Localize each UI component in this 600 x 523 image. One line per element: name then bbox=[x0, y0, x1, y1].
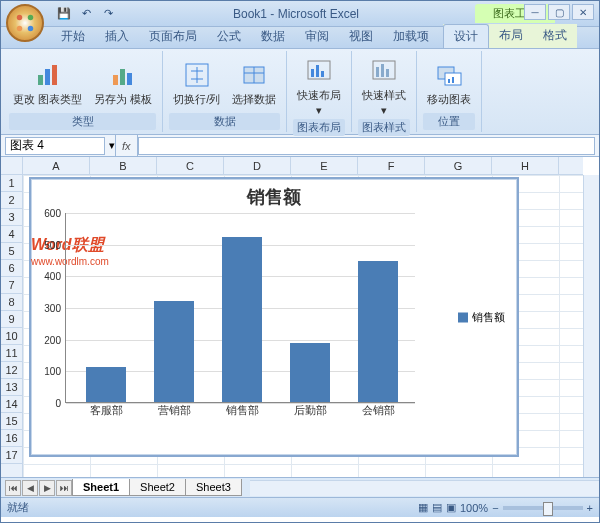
bar[interactable] bbox=[154, 301, 194, 402]
tab-data[interactable]: 数据 bbox=[251, 25, 295, 48]
row-header[interactable]: 4 bbox=[1, 226, 23, 243]
undo-icon[interactable]: ↶ bbox=[77, 5, 95, 23]
svg-rect-5 bbox=[45, 69, 50, 85]
row-header[interactable]: 12 bbox=[1, 362, 23, 379]
view-normal-icon[interactable]: ▦ bbox=[418, 501, 428, 514]
row-header[interactable]: 5 bbox=[1, 243, 23, 260]
chart-title[interactable]: 销售额 bbox=[31, 179, 517, 215]
zoom-level[interactable]: 100% bbox=[460, 502, 488, 514]
svg-rect-6 bbox=[52, 65, 57, 85]
tab-design[interactable]: 设计 bbox=[443, 24, 489, 48]
x-tick-label: 会销部 bbox=[362, 403, 395, 418]
close-button[interactable]: ✕ bbox=[572, 4, 594, 20]
switch-rowcol-button[interactable]: 切换行/列 bbox=[169, 57, 224, 108]
group-label: 数据 bbox=[169, 113, 280, 130]
vertical-scrollbar[interactable] bbox=[583, 175, 599, 477]
view-pagebreak-icon[interactable]: ▣ bbox=[446, 501, 456, 514]
row-header[interactable]: 1 bbox=[1, 175, 23, 192]
svg-rect-7 bbox=[113, 75, 118, 85]
zoom-out-button[interactable]: − bbox=[492, 502, 498, 514]
save-icon[interactable]: 💾 bbox=[55, 5, 73, 23]
worksheet: A B C D E F G H 1 2 3 4 5 6 7 8 9 10 11 … bbox=[1, 157, 599, 477]
bar[interactable] bbox=[358, 261, 398, 402]
template-icon bbox=[107, 59, 139, 91]
legend[interactable]: 销售额 bbox=[458, 310, 505, 325]
zoom-controls: ▦ ▤ ▣ 100% − + bbox=[418, 501, 593, 514]
col-header[interactable]: D bbox=[224, 157, 291, 175]
column-headers: A B C D E F G H bbox=[23, 157, 583, 175]
change-chart-type-button[interactable]: 更改 图表类型 bbox=[9, 57, 86, 108]
tab-view[interactable]: 视图 bbox=[339, 25, 383, 48]
row-header[interactable]: 16 bbox=[1, 430, 23, 447]
first-sheet-button[interactable]: ⏮ bbox=[5, 480, 21, 496]
col-header[interactable]: F bbox=[358, 157, 425, 175]
redo-icon[interactable]: ↷ bbox=[99, 5, 117, 23]
group-chart-layout: 快速布局▾ 图表布局 bbox=[287, 51, 352, 132]
zoom-slider[interactable] bbox=[503, 506, 583, 510]
row-header[interactable]: 14 bbox=[1, 396, 23, 413]
col-header[interactable]: A bbox=[23, 157, 90, 175]
select-data-button[interactable]: 选择数据 bbox=[228, 57, 280, 108]
svg-rect-21 bbox=[386, 69, 389, 77]
group-data: 切换行/列 选择数据 数据 bbox=[163, 51, 287, 132]
row-header[interactable]: 10 bbox=[1, 328, 23, 345]
row-header[interactable]: 2 bbox=[1, 192, 23, 209]
col-header[interactable]: B bbox=[90, 157, 157, 175]
row-header[interactable]: 13 bbox=[1, 379, 23, 396]
row-header[interactable]: 15 bbox=[1, 413, 23, 430]
svg-rect-15 bbox=[311, 69, 314, 77]
formula-input[interactable] bbox=[138, 137, 595, 155]
legend-label: 销售额 bbox=[472, 310, 505, 325]
sheet-tab[interactable]: Sheet3 bbox=[185, 479, 242, 496]
fx-icon[interactable]: fx bbox=[115, 135, 138, 156]
bar[interactable] bbox=[86, 367, 126, 402]
col-header[interactable]: C bbox=[157, 157, 224, 175]
tab-insert[interactable]: 插入 bbox=[95, 25, 139, 48]
move-icon bbox=[433, 59, 465, 91]
row-header[interactable]: 3 bbox=[1, 209, 23, 226]
last-sheet-button[interactable]: ⏭ bbox=[56, 480, 72, 496]
svg-rect-16 bbox=[316, 65, 319, 77]
row-header[interactable]: 7 bbox=[1, 277, 23, 294]
bar[interactable] bbox=[290, 343, 330, 402]
next-sheet-button[interactable]: ▶ bbox=[39, 480, 55, 496]
tab-pagelayout[interactable]: 页面布局 bbox=[139, 25, 207, 48]
quick-styles-button[interactable]: 快速样式▾ bbox=[358, 53, 410, 119]
zoom-in-button[interactable]: + bbox=[587, 502, 593, 514]
styles-icon bbox=[368, 55, 400, 87]
tab-format[interactable]: 格式 bbox=[533, 24, 577, 48]
row-header[interactable]: 6 bbox=[1, 260, 23, 277]
name-box[interactable] bbox=[5, 137, 105, 155]
tab-home[interactable]: 开始 bbox=[51, 25, 95, 48]
minimize-button[interactable]: ─ bbox=[524, 4, 546, 20]
quick-layout-button[interactable]: 快速布局▾ bbox=[293, 53, 345, 119]
bar[interactable] bbox=[222, 237, 262, 402]
maximize-button[interactable]: ▢ bbox=[548, 4, 570, 20]
legend-swatch-icon bbox=[458, 312, 468, 322]
tab-formulas[interactable]: 公式 bbox=[207, 25, 251, 48]
col-header[interactable]: H bbox=[492, 157, 559, 175]
row-header[interactable]: 11 bbox=[1, 345, 23, 362]
col-header[interactable]: E bbox=[291, 157, 358, 175]
status-ready: 就绪 bbox=[7, 500, 29, 515]
row-header[interactable]: 17 bbox=[1, 447, 23, 464]
plot-area[interactable]: 0100200300400500600 客服部营销部销售部后勤部会销部 bbox=[65, 213, 415, 423]
tab-layout[interactable]: 布局 bbox=[489, 24, 533, 48]
office-button[interactable] bbox=[6, 4, 44, 42]
horizontal-scrollbar[interactable] bbox=[250, 480, 599, 496]
svg-point-0 bbox=[17, 15, 23, 21]
sheet-tab[interactable]: Sheet1 bbox=[72, 479, 130, 496]
select-all-corner[interactable] bbox=[1, 157, 23, 175]
prev-sheet-button[interactable]: ◀ bbox=[22, 480, 38, 496]
tab-review[interactable]: 审阅 bbox=[295, 25, 339, 48]
row-header[interactable]: 8 bbox=[1, 294, 23, 311]
sheet-tab[interactable]: Sheet2 bbox=[129, 479, 186, 496]
tab-addins[interactable]: 加载项 bbox=[383, 25, 439, 48]
group-label: 图表布局 bbox=[293, 119, 345, 136]
view-pagelayout-icon[interactable]: ▤ bbox=[432, 501, 442, 514]
move-chart-button[interactable]: 移动图表 bbox=[423, 57, 475, 108]
col-header[interactable]: G bbox=[425, 157, 492, 175]
save-template-button[interactable]: 另存为 模板 bbox=[90, 57, 156, 108]
row-header[interactable]: 9 bbox=[1, 311, 23, 328]
chart-object[interactable]: 销售额 Word联盟 www.wordlm.com 01002003004005… bbox=[29, 177, 519, 457]
